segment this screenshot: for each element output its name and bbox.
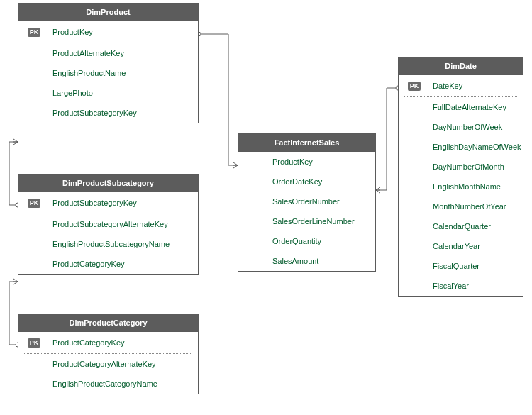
- field-name: DayNumberOfWeek: [423, 123, 502, 131]
- field-row[interactable]: EnglishMonthName: [399, 177, 523, 197]
- field-name: ProductCategoryKey: [43, 260, 125, 268]
- field-row[interactable]: CalendarQuarter: [399, 216, 523, 236]
- table-dimproductsubcategory[interactable]: DimProductSubcategory PK ProductSubcateg…: [18, 174, 199, 275]
- table-dimproductcategory[interactable]: DimProductCategory PK ProductCategoryKey…: [18, 314, 199, 394]
- field-name: OrderQuantity: [262, 237, 321, 245]
- field-row[interactable]: EnglishProductSubcategoryName: [18, 234, 198, 254]
- field-name: ProductSubcategoryKey: [43, 199, 137, 207]
- field-row[interactable]: SalesOrderNumber: [238, 192, 375, 211]
- pk-badge: PK: [28, 199, 41, 208]
- field-row[interactable]: SalesAmount: [238, 251, 375, 271]
- field-name: ProductCategoryAlternateKey: [43, 360, 156, 368]
- field-row[interactable]: MonthNumberOfYear: [399, 197, 523, 216]
- field-row[interactable]: ProductKey: [238, 152, 375, 172]
- field-name: EnglishMonthName: [423, 182, 501, 191]
- field-row[interactable]: ProductSubcategoryKey: [18, 103, 198, 123]
- field-name: EnglishProductSubcategoryName: [43, 240, 170, 248]
- field-row[interactable]: PK ProductKey: [18, 21, 198, 43]
- field-name: ProductCategoryKey: [43, 338, 125, 347]
- field-name: EnglishProductCategoryName: [43, 380, 157, 388]
- table-header: FactInternetSales: [238, 134, 375, 152]
- field-row[interactable]: EnglishDayNameOfWeek: [399, 137, 523, 157]
- field-name: FiscalQuarter: [423, 262, 480, 270]
- field-name: EnglishDayNameOfWeek: [423, 143, 521, 151]
- field-row[interactable]: PK ProductCategoryKey: [18, 332, 198, 353]
- table-header: DimDate: [399, 57, 523, 75]
- field-row[interactable]: EnglishProductCategoryName: [18, 374, 198, 394]
- field-name: CalendarYear: [423, 242, 480, 250]
- field-name: EnglishProductName: [43, 69, 126, 77]
- pk-badge: PK: [28, 338, 41, 348]
- table-dimdate[interactable]: DimDate PK DateKey FullDateAlternateKey …: [398, 57, 523, 297]
- field-name: ProductKey: [43, 28, 93, 36]
- table-body: ProductKey OrderDateKey SalesOrderNumber…: [238, 152, 375, 271]
- table-header: DimProduct: [18, 4, 198, 21]
- field-row[interactable]: EnglishProductName: [18, 63, 198, 83]
- field-row[interactable]: ProductAlternateKey: [18, 43, 198, 63]
- table-body: PK ProductKey ProductAlternateKey Englis…: [18, 21, 198, 123]
- table-body: PK ProductCategoryKey ProductCategoryAlt…: [18, 332, 198, 394]
- field-row[interactable]: OrderDateKey: [238, 172, 375, 192]
- field-name: DateKey: [423, 82, 462, 90]
- field-row[interactable]: CalendarYear: [399, 236, 523, 256]
- table-dimproduct[interactable]: DimProduct PK ProductKey ProductAlternat…: [18, 3, 199, 123]
- field-row[interactable]: ProductCategoryKey: [18, 254, 198, 274]
- field-row[interactable]: PK DateKey: [399, 75, 523, 96]
- field-name: OrderDateKey: [262, 177, 322, 186]
- table-body: PK DateKey FullDateAlternateKey DayNumbe…: [399, 75, 523, 296]
- field-row[interactable]: FullDateAlternateKey: [399, 97, 523, 117]
- field-name: ProductKey: [262, 157, 313, 166]
- field-row[interactable]: PK ProductSubcategoryKey: [18, 192, 198, 214]
- pk-badge: PK: [28, 28, 41, 37]
- field-name: ProductAlternateKey: [43, 49, 124, 57]
- field-name: SalesOrderNumber: [262, 197, 340, 206]
- field-name: FullDateAlternateKey: [423, 103, 506, 111]
- field-row[interactable]: DayNumberOfWeek: [399, 117, 523, 137]
- field-row[interactable]: LargePhoto: [18, 83, 198, 103]
- field-name: SalesAmount: [262, 257, 318, 265]
- field-name: SalesOrderLineNumber: [262, 217, 355, 226]
- pk-badge: PK: [408, 82, 421, 91]
- field-row[interactable]: ProductCategoryAlternateKey: [18, 354, 198, 374]
- field-name: ProductSubcategoryKey: [43, 109, 137, 117]
- field-name: LargePhoto: [43, 89, 93, 97]
- field-row[interactable]: OrderQuantity: [238, 231, 375, 251]
- field-row[interactable]: DayNumberOfMonth: [399, 157, 523, 177]
- field-row[interactable]: FiscalQuarter: [399, 256, 523, 276]
- table-body: PK ProductSubcategoryKey ProductSubcateg…: [18, 192, 198, 274]
- field-name: FiscalYear: [423, 282, 469, 290]
- field-name: ProductSubcategoryAlternateKey: [43, 220, 168, 228]
- table-header: DimProductSubcategory: [18, 175, 198, 192]
- field-name: CalendarQuarter: [423, 222, 491, 231]
- table-factinternetsales[interactable]: FactInternetSales ProductKey OrderDateKe…: [238, 133, 376, 272]
- field-name: MonthNumberOfYear: [423, 202, 506, 211]
- field-row[interactable]: SalesOrderLineNumber: [238, 211, 375, 231]
- field-row[interactable]: ProductSubcategoryAlternateKey: [18, 214, 198, 234]
- table-header: DimProductCategory: [18, 314, 198, 332]
- field-name: DayNumberOfMonth: [423, 162, 504, 171]
- field-row[interactable]: FiscalYear: [399, 276, 523, 296]
